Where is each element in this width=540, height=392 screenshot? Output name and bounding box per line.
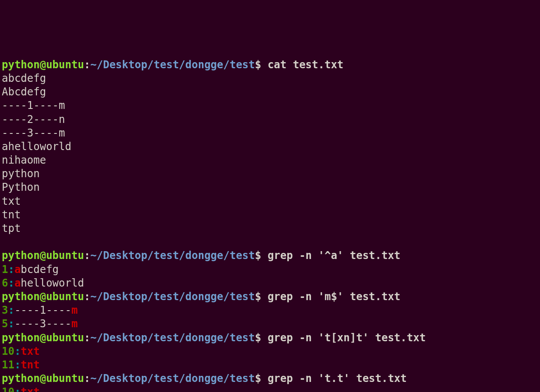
- prompt-dollar: $: [255, 59, 261, 71]
- prompt-user: python@ubuntu: [2, 290, 84, 303]
- command-text[interactable]: grep -n 't[xn]t' test.txt: [261, 332, 426, 344]
- command-text[interactable]: grep -n 't.t' test.txt: [261, 372, 406, 385]
- prompt-user: python@ubuntu: [2, 372, 84, 385]
- output-text: ----1----m: [2, 99, 65, 112]
- grep-match: m: [71, 318, 78, 330]
- command-line: python@ubuntu:~/Desktop/test/dongge/test…: [2, 249, 538, 262]
- output-line: tpt: [2, 222, 538, 235]
- output-text: python: [2, 168, 40, 180]
- output-text: txt: [2, 195, 21, 207]
- grep-separator: :: [14, 386, 21, 392]
- output-text: ahelloworld: [2, 140, 71, 153]
- output-text: abcdefg: [2, 72, 46, 84]
- output-text: Abcdefg: [2, 86, 46, 98]
- grep-result-line: 1:abcdefg: [2, 263, 538, 276]
- grep-separator: :: [8, 304, 14, 316]
- terminal-window[interactable]: python@ubuntu:~/Desktop/test/dongge/test…: [2, 58, 538, 392]
- output-text: tnt: [2, 209, 21, 221]
- grep-match: tnt: [21, 359, 39, 371]
- command-text[interactable]: grep -n 'm$' test.txt: [261, 290, 400, 303]
- blank-line: [2, 235, 538, 249]
- grep-pre-text: ----3----: [14, 318, 71, 330]
- output-text: tpt: [2, 222, 21, 234]
- grep-line-number: 3: [2, 304, 8, 316]
- prompt-dollar: $: [255, 290, 261, 303]
- command-line: python@ubuntu:~/Desktop/test/dongge/test…: [2, 331, 538, 345]
- grep-result-line: 6:ahelloworld: [2, 276, 538, 290]
- output-line: ----1----m: [2, 99, 538, 112]
- prompt-colon: :: [84, 372, 90, 385]
- output-line: Python: [2, 181, 538, 194]
- grep-result-line: 11:tnt: [2, 358, 538, 372]
- grep-line-number: 10: [2, 386, 14, 392]
- prompt-path: ~/Desktop/test/dongge/test: [90, 249, 255, 262]
- prompt-colon: :: [84, 59, 90, 71]
- command-line: python@ubuntu:~/Desktop/test/dongge/test…: [2, 372, 538, 385]
- grep-separator: :: [8, 263, 14, 276]
- grep-rest-text: bcdefg: [21, 263, 59, 276]
- prompt-colon: :: [84, 332, 90, 344]
- grep-line-number: 5: [2, 318, 8, 330]
- grep-line-number: 10: [2, 345, 14, 357]
- output-line: ----3----m: [2, 126, 538, 140]
- output-text: Python: [2, 181, 40, 193]
- output-line: txt: [2, 195, 538, 208]
- prompt-dollar: $: [255, 249, 261, 262]
- output-text: ----3----m: [2, 127, 65, 139]
- grep-result-line: 10:txt: [2, 385, 538, 392]
- output-line: python: [2, 167, 538, 181]
- prompt-user: python@ubuntu: [2, 59, 84, 71]
- grep-pre-text: ----1----: [14, 304, 71, 316]
- prompt-path: ~/Desktop/test/dongge/test: [90, 372, 255, 385]
- output-line: ----2----n: [2, 113, 538, 126]
- grep-separator: :: [8, 318, 14, 330]
- prompt-colon: :: [84, 249, 90, 262]
- grep-match: txt: [21, 345, 39, 357]
- grep-match: a: [14, 263, 21, 276]
- prompt-dollar: $: [255, 332, 261, 344]
- output-text: nihaome: [2, 154, 46, 166]
- prompt-colon: :: [84, 290, 90, 303]
- prompt-user: python@ubuntu: [2, 332, 84, 344]
- grep-match: a: [14, 277, 21, 289]
- grep-result-line: 5:----3----m: [2, 317, 538, 331]
- output-line: ahelloworld: [2, 140, 538, 154]
- output-text: ----2----n: [2, 113, 65, 126]
- output-line: Abcdefg: [2, 85, 538, 99]
- prompt-path: ~/Desktop/test/dongge/test: [90, 290, 255, 303]
- grep-rest-text: helloworld: [21, 277, 84, 289]
- prompt-path: ~/Desktop/test/dongge/test: [90, 59, 255, 71]
- prompt-dollar: $: [255, 372, 261, 385]
- output-line: abcdefg: [2, 72, 538, 85]
- output-line: nihaome: [2, 154, 538, 167]
- command-text[interactable]: cat test.txt: [261, 59, 343, 71]
- command-text[interactable]: grep -n '^a' test.txt: [261, 249, 400, 262]
- grep-match: m: [71, 304, 78, 316]
- prompt-user: python@ubuntu: [2, 249, 84, 262]
- grep-separator: :: [14, 345, 21, 357]
- grep-result-line: 3:----1----m: [2, 304, 538, 317]
- grep-line-number: 1: [2, 263, 8, 276]
- grep-match: txt: [21, 386, 39, 392]
- command-line: python@ubuntu:~/Desktop/test/dongge/test…: [2, 290, 538, 304]
- grep-separator: :: [14, 359, 21, 371]
- grep-line-number: 11: [2, 359, 14, 371]
- grep-separator: :: [8, 277, 14, 289]
- grep-line-number: 6: [2, 277, 8, 289]
- grep-result-line: 10:txt: [2, 345, 538, 358]
- prompt-path: ~/Desktop/test/dongge/test: [90, 332, 255, 344]
- output-line: tnt: [2, 208, 538, 222]
- command-line: python@ubuntu:~/Desktop/test/dongge/test…: [2, 58, 538, 72]
